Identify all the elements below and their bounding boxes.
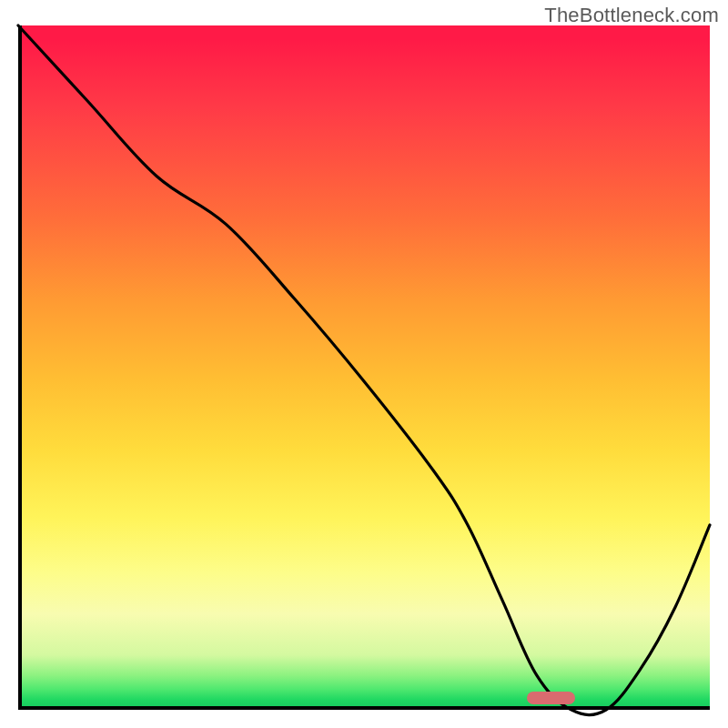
watermark-text: TheBottleneck.com [544, 4, 719, 27]
target-marker [527, 692, 575, 704]
bottleneck-curve [18, 25, 710, 710]
curve-path [18, 25, 710, 715]
chart-container: TheBottleneck.com [0, 0, 728, 728]
plot-area [18, 25, 710, 710]
